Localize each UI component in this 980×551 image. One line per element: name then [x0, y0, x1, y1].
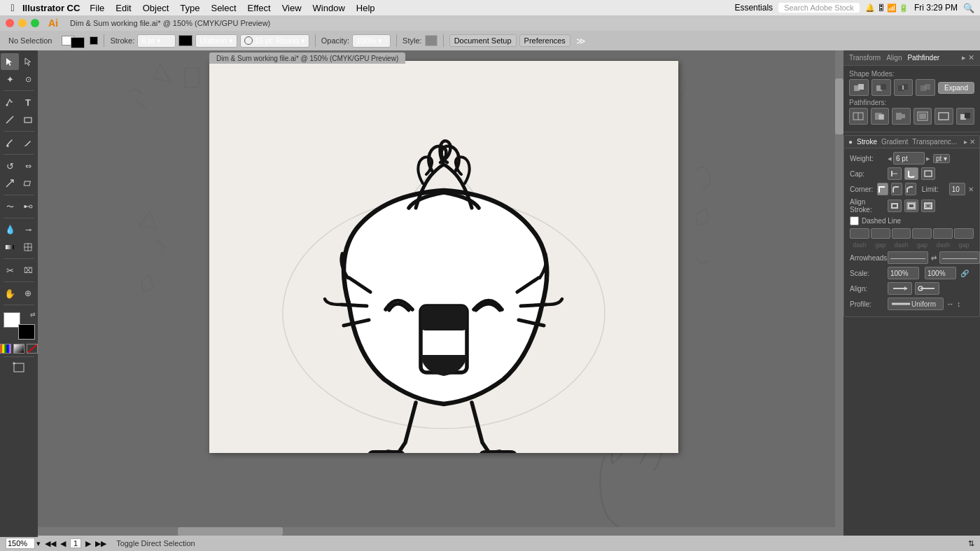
weight-increment[interactable]: ▸	[926, 154, 930, 163]
app-name[interactable]: Illustrator CC	[22, 3, 80, 13]
butt-cap-btn[interactable]	[888, 167, 902, 180]
next-btn[interactable]: ▶	[85, 539, 91, 548]
tab-transparency[interactable]: Transparenc...	[912, 138, 957, 146]
outline-btn[interactable]	[934, 108, 953, 125]
gap-input-2[interactable]	[912, 228, 932, 239]
tab-pathfinder[interactable]: Pathfinder	[907, 54, 939, 62]
limit-input[interactable]: 10	[949, 183, 965, 195]
stroke-type-dropdown[interactable]: Uniform ▾	[195, 34, 237, 48]
reflect-tool[interactable]: ⇔	[19, 158, 37, 174]
dash-input-1[interactable]	[850, 228, 869, 239]
blend-tool[interactable]	[19, 198, 37, 215]
align-inside-btn[interactable]	[904, 200, 918, 212]
minus-back-btn[interactable]	[956, 108, 975, 125]
menu-file[interactable]: File	[85, 3, 108, 13]
divide-btn[interactable]	[849, 108, 868, 125]
type-tool[interactable]: T	[19, 94, 37, 111]
bevel-corner-btn[interactable]	[905, 183, 916, 195]
dash-input-2[interactable]	[892, 228, 911, 239]
fill-stroke-indicator[interactable]	[62, 34, 84, 48]
crop-btn[interactable]	[913, 108, 932, 125]
line-tool[interactable]	[1, 111, 19, 128]
warp-tool[interactable]: 〜	[1, 198, 19, 215]
menu-type[interactable]: Type	[176, 3, 204, 13]
scissors-tool[interactable]: ✂	[1, 262, 19, 279]
expand-button[interactable]: Expand	[938, 82, 974, 94]
artboard-tool[interactable]	[4, 360, 34, 375]
scroll-sync-btn[interactable]: ⇅	[968, 539, 974, 548]
selection-tool[interactable]	[1, 53, 19, 70]
apple-menu[interactable]: 	[6, 2, 20, 13]
round-cap-btn[interactable]	[904, 167, 918, 180]
weight-unit-dropdown[interactable]: pt ▾	[933, 154, 950, 163]
stroke-panel-menu[interactable]: ▸ ✕	[964, 138, 975, 146]
weight-decrement[interactable]: ◂	[888, 154, 892, 163]
fill-stroke-swatches[interactable]: ⇄	[1, 311, 37, 340]
opacity-dropdown[interactable]: 100% ▾	[352, 34, 391, 48]
panel-collapse-icon[interactable]: ▸ ✕	[962, 53, 974, 62]
scale-input-2[interactable]: 100%	[925, 267, 956, 279]
rotate-tool[interactable]: ↺	[1, 158, 19, 174]
search-stock[interactable]: Search Adobe Stock	[778, 3, 860, 13]
tab-gradient[interactable]: Gradient	[881, 138, 908, 146]
document-tab[interactable]: Dim & Sum working file.ai* @ 150% (CMYK/…	[209, 53, 405, 64]
tab-stroke[interactable]: Stroke	[857, 138, 877, 146]
unite-btn[interactable]	[849, 79, 869, 96]
stroke-color-box[interactable]	[71, 38, 84, 48]
shear-tool[interactable]	[19, 175, 37, 192]
eyedropper-tool[interactable]: 💧	[1, 221, 19, 238]
pen-tool[interactable]	[1, 94, 19, 111]
zoom-dropdown-arrow[interactable]: ▾	[36, 539, 41, 548]
vertical-scrollbar[interactable]	[835, 50, 844, 537]
menu-edit[interactable]: Edit	[111, 3, 135, 13]
zoom-input[interactable]	[6, 538, 35, 549]
stroke-width-dropdown[interactable]: 6 pt ▾	[137, 34, 176, 48]
workspace-selector[interactable]: Essentials	[734, 3, 773, 13]
next-page-btn[interactable]: ▶▶	[95, 539, 106, 548]
dashed-line-checkbox[interactable]	[850, 216, 859, 225]
stroke-color-swatch[interactable]	[19, 325, 34, 339]
weight-input[interactable]: 6 pt	[893, 152, 925, 165]
arrowhead-end[interactable]: —————	[939, 251, 980, 264]
lasso-tool[interactable]: ⊙	[19, 71, 37, 88]
swap-icon[interactable]: ⇄	[30, 311, 36, 318]
gradient-tool[interactable]	[1, 239, 19, 256]
fill-color-swatch[interactable]	[4, 312, 20, 328]
gap-input-3[interactable]	[954, 228, 974, 239]
page-input[interactable]: 1	[70, 538, 81, 548]
align-center-btn[interactable]	[888, 200, 902, 212]
profile-dropdown[interactable]: Uniform	[888, 298, 944, 310]
direct-selection-tool[interactable]	[19, 53, 37, 70]
menu-select[interactable]: Select	[206, 3, 240, 13]
zoom-tool[interactable]: ⊕	[19, 285, 37, 302]
dash-input-3[interactable]	[933, 228, 953, 239]
menu-view[interactable]: View	[278, 3, 306, 13]
scale-tool[interactable]	[1, 175, 19, 192]
intersect-btn[interactable]	[894, 79, 913, 96]
merge-btn[interactable]	[892, 108, 911, 125]
none-icon[interactable]	[27, 344, 38, 354]
profile-flip-btn[interactable]: ↔	[946, 300, 954, 308]
arrowhead-start[interactable]: —————	[888, 251, 928, 264]
menu-object[interactable]: Object	[139, 3, 174, 13]
mesh-tool[interactable]	[19, 239, 37, 256]
rectangle-tool[interactable]	[19, 111, 37, 128]
stroke-cap-dropdown[interactable]: 15 pt. Round ▾	[240, 34, 309, 48]
link-scale-btn[interactable]: 🔗	[960, 270, 969, 277]
miter-corner-btn[interactable]	[877, 183, 888, 195]
minimize-button[interactable]	[18, 19, 27, 27]
exclude-btn[interactable]	[916, 79, 935, 96]
color-icon[interactable]	[0, 344, 11, 354]
projecting-cap-btn[interactable]	[921, 167, 935, 180]
maximize-button[interactable]	[31, 19, 39, 27]
tab-align[interactable]: Align	[886, 54, 902, 62]
gap-input-1[interactable]	[871, 228, 890, 239]
prev-page-btn[interactable]: ◀◀	[45, 539, 56, 548]
prev-btn[interactable]: ◀	[60, 539, 66, 548]
paintbrush-tool[interactable]	[1, 134, 19, 151]
extra-tools-icon[interactable]: ≫	[576, 36, 586, 46]
pencil-tool[interactable]	[19, 134, 37, 151]
menu-help[interactable]: Help	[352, 3, 379, 13]
trim-btn[interactable]	[871, 108, 890, 125]
minus-front-btn[interactable]	[872, 79, 891, 96]
